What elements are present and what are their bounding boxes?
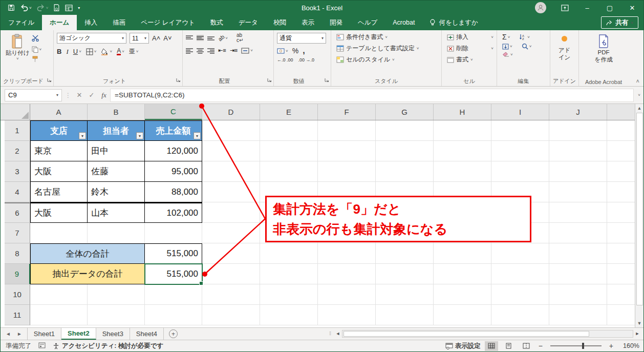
cell-B2[interactable]: 田中	[88, 141, 145, 161]
zoom-slider-handle[interactable]	[582, 343, 584, 349]
cell-D4[interactable]	[202, 182, 260, 202]
cell-A6[interactable]: 大阪	[30, 202, 88, 223]
cell-F2[interactable]	[318, 141, 376, 161]
cell-F11[interactable]	[318, 305, 376, 325]
cell-H2[interactable]	[434, 141, 491, 161]
fill-button[interactable]: ˅	[502, 44, 512, 50]
cell-I11[interactable]	[491, 305, 549, 325]
cell-H9[interactable]	[434, 264, 491, 284]
cell-G1[interactable]	[376, 120, 434, 141]
cell-E8[interactable]	[260, 243, 318, 264]
cell-I3[interactable]	[491, 161, 549, 182]
cell-partial-6[interactable]	[607, 202, 635, 223]
cell-A10[interactable]	[30, 284, 88, 305]
copy-icon[interactable]: ˅	[32, 46, 42, 53]
cell-H11[interactable]	[434, 305, 491, 325]
cell-G3[interactable]	[376, 161, 434, 182]
cell-partial-4[interactable]	[607, 182, 635, 202]
column-header-F[interactable]: F	[318, 104, 376, 120]
cell-I9[interactable]	[491, 264, 549, 284]
cell-G8[interactable]	[376, 243, 434, 264]
cell-G2[interactable]	[376, 141, 434, 161]
name-box-dropdown-icon[interactable]: ▾	[56, 93, 58, 97]
column-header-B[interactable]: B	[88, 104, 145, 120]
cell-partial-3[interactable]	[607, 161, 635, 182]
ribbon-tab-表示[interactable]: 表示	[294, 15, 322, 30]
cell-A7[interactable]	[30, 223, 88, 243]
fill-color-button[interactable]: ˅	[101, 48, 112, 55]
comma-style-button[interactable]: ,	[303, 46, 305, 55]
cell-E3[interactable]	[260, 161, 318, 182]
cell-G11[interactable]	[376, 305, 434, 325]
merge-center-button[interactable]: ˅	[241, 48, 253, 54]
cell-D6[interactable]	[202, 202, 260, 223]
minimize-button[interactable]: –	[576, 1, 598, 15]
row-header-1[interactable]: 1	[5, 120, 30, 141]
ribbon-tab-校閲[interactable]: 校閲	[266, 15, 294, 30]
filter-dropdown-icon[interactable]: ▾	[194, 132, 201, 139]
cut-icon[interactable]	[32, 34, 42, 44]
cell-partial-9[interactable]	[607, 264, 635, 284]
row-header-2[interactable]: 2	[5, 141, 30, 161]
cell-I10[interactable]	[491, 284, 549, 305]
sheet-tab-Sheet3[interactable]: Sheet3	[96, 328, 130, 340]
cell-A2[interactable]: 東京	[30, 141, 88, 161]
sheet-tab-Sheet4[interactable]: Sheet4	[130, 328, 164, 340]
share-button[interactable]: 共有 ˅	[601, 16, 638, 29]
ribbon-tab-データ[interactable]: データ	[231, 15, 266, 30]
ribbon-display-options-icon[interactable]	[553, 1, 576, 15]
vertical-scrollbar[interactable]: ▲ ▼	[635, 104, 643, 327]
phonetic-guide-button[interactable]: 亜 ˅	[129, 47, 139, 56]
cell-C2[interactable]: 120,000	[145, 141, 202, 161]
vertical-scroll-thumb[interactable]	[636, 113, 643, 305]
account-avatar-icon[interactable]	[535, 2, 546, 13]
filter-dropdown-icon[interactable]: ▾	[136, 132, 143, 139]
align-top-icon[interactable]	[186, 35, 193, 41]
orientation-button[interactable]: ab˅	[218, 35, 228, 41]
cell-A1[interactable]: 支店▾	[30, 120, 88, 141]
clear-button[interactable]: ˅	[502, 52, 513, 57]
font-name-select[interactable]: 游ゴシック▾	[57, 33, 126, 44]
cell-C10[interactable]	[145, 284, 202, 305]
cell-D9[interactable]	[202, 264, 260, 284]
cell-H8[interactable]	[434, 243, 491, 264]
cell-partial-10[interactable]	[607, 284, 635, 305]
row-header-11[interactable]: 11	[5, 305, 30, 325]
cell-E9[interactable]	[260, 264, 318, 284]
cell-partial-7[interactable]	[607, 223, 635, 243]
sheet-tab-Sheet1[interactable]: Sheet1	[27, 328, 61, 340]
wrap-text-button[interactable]: abc↵	[237, 33, 243, 43]
cell-partial-2[interactable]	[607, 141, 635, 161]
ribbon-tab-開発[interactable]: 開発	[322, 15, 350, 30]
row-header-8[interactable]: 8	[5, 243, 30, 264]
cell-H1[interactable]	[434, 120, 491, 141]
cell-H10[interactable]	[434, 284, 491, 305]
font-size-select[interactable]: 11▾	[130, 33, 149, 44]
page-break-view-button[interactable]	[520, 341, 533, 351]
alignment-dialog-launcher-icon[interactable]	[267, 75, 272, 85]
formula-input[interactable]: =SUBTOTAL(9,C2:C6)	[110, 89, 634, 102]
collapse-ribbon-icon[interactable]: ˄	[636, 78, 639, 84]
cell-F9[interactable]	[318, 264, 376, 284]
cell-I2[interactable]	[491, 141, 549, 161]
cell-I8[interactable]	[491, 243, 549, 264]
cell-C8[interactable]: 515,000	[145, 243, 202, 264]
cell-F8[interactable]	[318, 243, 376, 264]
cell-E1[interactable]	[260, 120, 318, 141]
insert-cells-button[interactable]: 挿入˅	[447, 33, 493, 42]
cell-F3[interactable]	[318, 161, 376, 182]
ribbon-tab-挿入[interactable]: 挿入	[77, 15, 105, 30]
ribbon-tab-描画[interactable]: 描画	[105, 15, 133, 30]
cell-A11[interactable]	[30, 305, 88, 325]
cell-J3[interactable]	[549, 161, 607, 182]
accounting-format-button[interactable]: ˅	[277, 48, 288, 54]
accessibility-status[interactable]: アクセシビリティ: 検討が必要です	[53, 342, 163, 350]
align-center-icon[interactable]	[197, 48, 204, 54]
cell-D3[interactable]	[202, 161, 260, 182]
macro-record-icon[interactable]	[38, 342, 46, 350]
cell-H3[interactable]	[434, 161, 491, 182]
cell-G10[interactable]	[376, 284, 434, 305]
maximize-button[interactable]: ▢	[598, 1, 621, 15]
cell-D8[interactable]	[202, 243, 260, 264]
cell-D11[interactable]	[202, 305, 260, 325]
